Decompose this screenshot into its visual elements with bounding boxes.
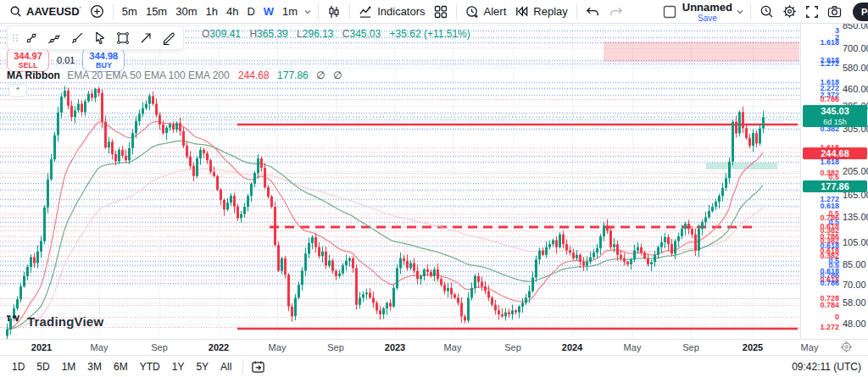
time-label: May bbox=[444, 342, 462, 352]
rectangle-tool-button[interactable] bbox=[111, 27, 134, 48]
layout-name-menu[interactable]: Unnamed Save bbox=[682, 1, 732, 23]
indicator-params: EMA 20 EMA 50 EMA 100 EMA 200 bbox=[67, 69, 229, 81]
ema-red-value: 244.68 bbox=[238, 69, 270, 81]
indicator-templates-button[interactable] bbox=[430, 3, 452, 20]
brush-icon bbox=[160, 30, 177, 47]
fib-level-label: 0.784 bbox=[801, 302, 839, 309]
fib-level-label: 0 bbox=[801, 313, 839, 321]
interval-30m[interactable]: 30m bbox=[171, 3, 201, 19]
settings-button[interactable] bbox=[778, 3, 801, 20]
top-toolbar: AAVEUSDʼ 5m15m30m1h4hDW1m Indicators bbox=[0, 0, 868, 24]
fib-level-label: 0.786 bbox=[801, 96, 839, 103]
symbol-name: AAVEUSDʼ bbox=[26, 5, 81, 18]
range-5D[interactable]: 5D bbox=[31, 359, 54, 374]
high-label: H bbox=[249, 28, 257, 40]
quick-search-button[interactable] bbox=[755, 3, 778, 20]
range-6M[interactable]: 6M bbox=[108, 359, 133, 374]
brush-tool-button[interactable] bbox=[157, 27, 180, 48]
interval-dropdown-button[interactable] bbox=[302, 6, 314, 18]
trend-line-tool-button[interactable] bbox=[19, 27, 42, 48]
chevron-down-icon bbox=[736, 8, 744, 16]
sell-price: 344.97 bbox=[14, 51, 42, 61]
change-value: +35.62 (+11.51%) bbox=[390, 28, 470, 40]
timezone-settings-button[interactable] bbox=[839, 340, 854, 354]
clock-utc[interactable]: 09:42:11 (UTC) bbox=[792, 361, 861, 373]
price-axis[interactable]: 850.00700.00580.00460.00385.00305.00205.… bbox=[800, 24, 868, 339]
save-layout-link[interactable]: Save bbox=[698, 14, 717, 23]
ray-icon bbox=[46, 30, 63, 47]
price-badge-last: 345.036d 15h bbox=[803, 105, 867, 127]
alert-clock-icon bbox=[465, 4, 480, 19]
range-YTD[interactable]: YTD bbox=[135, 359, 165, 374]
rectangle-icon bbox=[114, 30, 131, 47]
redo-button[interactable] bbox=[604, 4, 627, 19]
interval-4h[interactable]: 4h bbox=[222, 3, 242, 19]
fullscreen-button[interactable] bbox=[801, 3, 823, 20]
price-badge-ema-green: 177.86 bbox=[803, 180, 867, 192]
indicator-legend[interactable]: MA Ribbon EMA 20 EMA 50 EMA 100 EMA 200 … bbox=[7, 69, 342, 81]
time-label: May bbox=[269, 342, 287, 352]
time-axis[interactable]: 2021MaySep2022MaySep2023MaySep2024MaySep… bbox=[0, 339, 868, 355]
snapshot-button[interactable] bbox=[823, 3, 846, 19]
low-value: 296.13 bbox=[303, 28, 334, 40]
ray-tool-button[interactable] bbox=[42, 27, 65, 48]
fib-level-label: 1.272 bbox=[801, 324, 839, 331]
plus-circle-icon bbox=[90, 4, 104, 19]
buy-button[interactable]: 344.98 BUY bbox=[82, 47, 125, 72]
interval-D[interactable]: D bbox=[242, 3, 259, 19]
symbol-search-button[interactable]: AAVEUSDʼ bbox=[5, 3, 86, 19]
spread-value: 0.01 bbox=[57, 55, 75, 65]
chevron-down-icon bbox=[303, 8, 312, 16]
chart-style-button[interactable] bbox=[323, 3, 345, 20]
range-3M[interactable]: 3M bbox=[82, 359, 107, 374]
tradingview-watermark[interactable]: TradingView bbox=[7, 314, 103, 329]
price-tick: 70.00 bbox=[843, 280, 866, 290]
search-icon bbox=[9, 5, 22, 18]
price-tick: 580.00 bbox=[843, 63, 868, 73]
range-All[interactable]: All bbox=[215, 359, 236, 374]
interval-1m[interactable]: 1m bbox=[278, 3, 302, 19]
undo-button[interactable] bbox=[581, 4, 604, 19]
legend-collapse-button[interactable]: ⌃ bbox=[8, 84, 27, 97]
cursor-tool-button[interactable] bbox=[88, 27, 111, 48]
time-label: 2022 bbox=[209, 342, 229, 352]
extended-line-tool-button[interactable] bbox=[65, 27, 88, 48]
close-value: 345.03 bbox=[350, 28, 381, 40]
buy-label: BUY bbox=[96, 61, 112, 69]
interval-W[interactable]: W bbox=[259, 3, 278, 19]
layout-button[interactable] bbox=[659, 3, 681, 20]
toolbar-separator bbox=[113, 4, 114, 19]
alert-label: Alert bbox=[484, 5, 507, 18]
toolbar-separator bbox=[349, 4, 350, 19]
open-value: 309.41 bbox=[209, 28, 241, 40]
extended-line-icon bbox=[69, 30, 86, 47]
publish-button[interactable]: Publish bbox=[853, 3, 868, 21]
arrow-icon bbox=[137, 30, 154, 47]
go-to-date-button[interactable] bbox=[249, 358, 267, 375]
range-1Y[interactable]: 1Y bbox=[167, 359, 190, 374]
camera-icon bbox=[827, 5, 842, 18]
undo-icon bbox=[586, 6, 600, 18]
fib-level-label: 1.618 bbox=[801, 39, 839, 47]
interval-1h[interactable]: 1h bbox=[202, 3, 222, 19]
trend-line-icon bbox=[23, 30, 40, 47]
range-1M[interactable]: 1M bbox=[57, 359, 81, 374]
toolbar-separator bbox=[318, 4, 319, 19]
range-5Y[interactable]: 5Y bbox=[191, 359, 214, 374]
low-label: L bbox=[297, 28, 303, 40]
sell-button[interactable]: 344.97 SELL bbox=[7, 47, 49, 72]
compare-add-symbol-button[interactable] bbox=[86, 3, 108, 20]
interval-5m[interactable]: 5m bbox=[118, 3, 142, 19]
layout-dropdown-button[interactable] bbox=[734, 6, 746, 18]
drag-handle[interactable] bbox=[11, 30, 19, 47]
indicators-button[interactable]: Indicators bbox=[354, 3, 429, 20]
time-label: May bbox=[801, 342, 819, 352]
replay-button[interactable]: Replay bbox=[510, 3, 571, 20]
layout-square-icon bbox=[663, 5, 676, 19]
arrow-tool-button[interactable] bbox=[134, 27, 157, 48]
ohlc-readout: O309.41 H365.39 L296.13 C345.03 +35.62 (… bbox=[202, 28, 470, 40]
range-1D[interactable]: 1D bbox=[7, 359, 30, 374]
interval-15m[interactable]: 15m bbox=[142, 3, 171, 19]
alert-button[interactable]: Alert bbox=[461, 3, 511, 20]
replay-icon bbox=[515, 4, 529, 19]
